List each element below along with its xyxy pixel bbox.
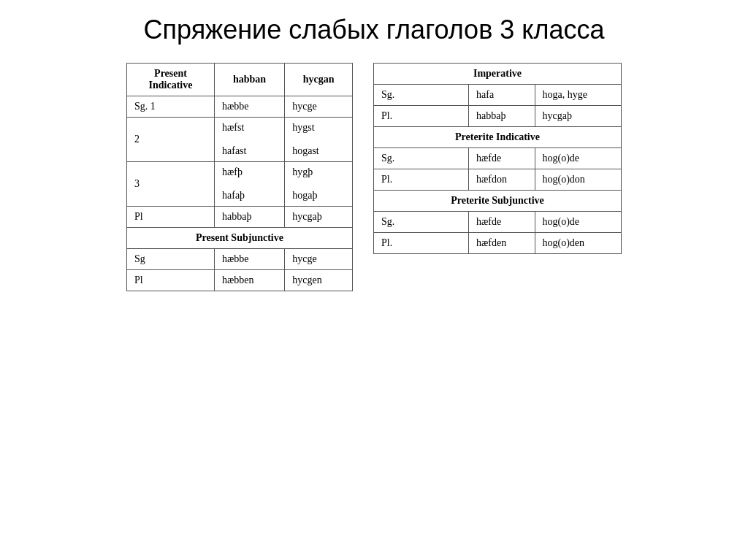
cell-pret-ind-sg-habban: hæfde	[469, 148, 535, 169]
cell-2-habban: hæfsthafast	[215, 118, 285, 162]
col-header-habban: habban	[215, 64, 285, 96]
row-label-pret-ind-pl: Pl.	[374, 169, 469, 191]
table-row: Pl. hæfden hog(o)den	[374, 233, 622, 254]
row-label-imp-pl: Pl.	[374, 106, 469, 127]
table-row: Present Indicative habban hycgan	[127, 64, 353, 96]
row-label-pret-subj-sg: Sg.	[374, 212, 469, 233]
table-row: Pl hæbben hycgen	[127, 270, 353, 291]
cell-3-hycgan: hygþhogaþ	[285, 162, 353, 207]
cell-sg1-hycgan: hycge	[285, 96, 353, 118]
row-label-pret-ind-sg: Sg.	[374, 148, 469, 169]
cell-pret-ind-pl-hycgan: hog(o)don	[535, 169, 621, 191]
row-label-pl: Pl	[127, 207, 215, 228]
cell-3-habban: hæfþhafaþ	[215, 162, 285, 207]
preterite-subjunctive-header: Preterite Subjunctive	[374, 191, 622, 212]
row-label-imp-sg: Sg.	[374, 85, 469, 106]
row-label-3: 3	[127, 162, 215, 207]
cell-pret-subj-pl-hycgan: hog(o)den	[535, 233, 621, 254]
table-row: Pl habbaþ hycgaþ	[127, 207, 353, 228]
col-header-hycgan: hycgan	[285, 64, 353, 96]
row-label-sg1: Sg. 1	[127, 96, 215, 118]
cell-imp-sg-hycgan: hoga, hyge	[535, 85, 621, 106]
cell-pret-subj-pl-habban: hæfden	[469, 233, 535, 254]
table-row: Imperative	[374, 64, 622, 85]
cell-pret-ind-pl-habban: hæfdon	[469, 169, 535, 191]
col-header-indicative: Present Indicative	[127, 64, 215, 96]
table-row: 2 hæfsthafast hygsthogast	[127, 118, 353, 162]
cell-pl-habban: habbaþ	[215, 207, 285, 228]
imperative-header: Imperative	[374, 64, 622, 85]
table-row: Sg hæbbe hycge	[127, 249, 353, 270]
table-row: Preterite Indicative	[374, 127, 622, 148]
row-label-subj-sg: Sg	[127, 249, 215, 270]
table-row: Present Subjunctive	[127, 228, 353, 249]
cell-sg1-habban: hæbbe	[215, 96, 285, 118]
cell-subj-pl-habban: hæbben	[215, 270, 285, 291]
preterite-indicative-header: Preterite Indicative	[374, 127, 622, 148]
table-row: Sg. hæfde hog(o)de	[374, 148, 622, 169]
cell-imp-pl-habban: habbaþ	[469, 106, 535, 127]
cell-pret-ind-sg-hycgan: hog(o)de	[535, 148, 621, 169]
present-subjunctive-header: Present Subjunctive	[127, 228, 353, 249]
row-label-2: 2	[127, 118, 215, 162]
left-table: Present Indicative habban hycgan Sg. 1 h…	[126, 63, 353, 291]
row-label-subj-pl: Pl	[127, 270, 215, 291]
cell-imp-sg-habban: hafa	[469, 85, 535, 106]
table-row: Pl. hæfdon hog(o)don	[374, 169, 622, 191]
table-row: Sg. hæfde hog(o)de	[374, 212, 622, 233]
tables-wrapper: Present Indicative habban hycgan Sg. 1 h…	[126, 63, 622, 291]
table-row: Sg. hafa hoga, hyge	[374, 85, 622, 106]
row-label-pret-subj-pl: Pl.	[374, 233, 469, 254]
cell-pret-subj-sg-habban: hæfde	[469, 212, 535, 233]
cell-pl-hycgan: hycgaþ	[285, 207, 353, 228]
table-row: Preterite Subjunctive	[374, 191, 622, 212]
cell-2-hycgan: hygsthogast	[285, 118, 353, 162]
table-row: Pl. habbaþ hycgaþ	[374, 106, 622, 127]
table-row: Sg. 1 hæbbe hycge	[127, 96, 353, 118]
cell-subj-sg-habban: hæbbe	[215, 249, 285, 270]
right-table: Imperative Sg. hafa hoga, hyge Pl. habba…	[373, 63, 622, 254]
cell-subj-sg-hycgan: hycge	[285, 249, 353, 270]
cell-pret-subj-sg-hycgan: hog(o)de	[535, 212, 621, 233]
table-row: 3 hæfþhafaþ hygþhogaþ	[127, 162, 353, 207]
cell-imp-pl-hycgan: hycgaþ	[535, 106, 621, 127]
cell-subj-pl-hycgan: hycgen	[285, 270, 353, 291]
page-title: Спряжение слабых глаголов 3 класса	[144, 15, 605, 45]
